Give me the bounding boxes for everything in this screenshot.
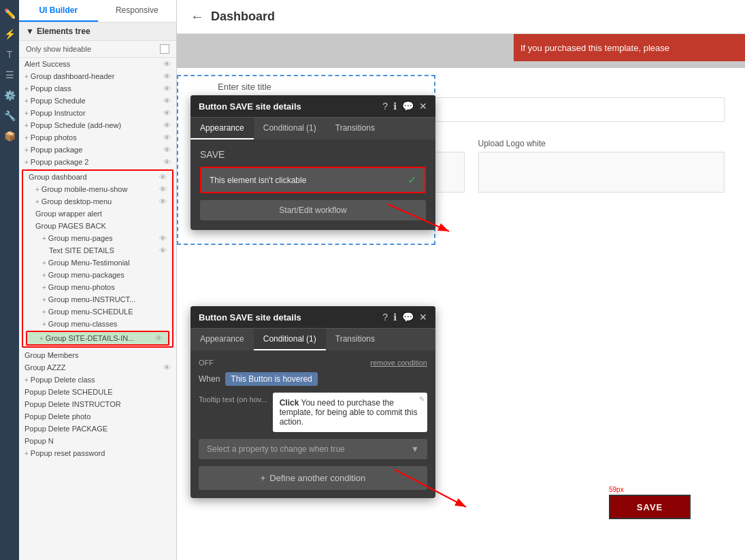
design-icon[interactable]: ✏️ <box>1 5 18 22</box>
eye-icon[interactable]: 👁 <box>159 185 167 193</box>
eye-icon[interactable]: 👁 <box>163 133 171 142</box>
plus-icon: + <box>24 110 29 117</box>
tab-ui-builder[interactable]: UI Builder <box>19 0 98 22</box>
eye-icon[interactable]: 👁 <box>163 60 171 68</box>
panel-appearance: Button SAVE site details ? ℹ 💬 ✕ Appeara… <box>191 95 435 230</box>
eye-icon[interactable]: 👁 <box>163 146 171 154</box>
tab-transitions-1[interactable]: Transitions <box>326 118 384 139</box>
tree-item-popup-delete-photo[interactable]: Popup Delete photo <box>19 410 176 423</box>
conditional-body: OFF remove condition When This Button is… <box>191 350 435 498</box>
tree-item-menu-classes[interactable]: + Group menu-classes <box>23 318 172 330</box>
eye-icon[interactable]: 👁 <box>163 121 171 129</box>
tree-item-popup-class[interactable]: + Popup class 👁 <box>19 82 176 95</box>
tree-item-menu-instruct[interactable]: + Group menu-INSTRUCT... <box>23 293 172 306</box>
close-icon-2[interactable]: ✕ <box>419 312 427 323</box>
tab-conditional-1[interactable]: Conditional (1) <box>254 118 326 139</box>
plus-define-icon: + <box>261 473 266 483</box>
tree-item-popup-delete-instructor[interactable]: Popup Delete INSTRUCTOR <box>19 398 176 410</box>
tree-item-popup-package2[interactable]: + Popup package 2 👁 <box>19 156 176 168</box>
panel2-title-bar: Button SAVE site details ? ℹ 💬 ✕ <box>191 306 435 329</box>
close-icon[interactable]: ✕ <box>419 101 427 112</box>
elements-icon[interactable]: ☰ <box>3 67 17 83</box>
tab-appearance-2[interactable]: Appearance <box>191 329 254 350</box>
workflow-button[interactable]: Start/Edit workflow <box>200 200 426 220</box>
plus-icon: + <box>35 198 39 205</box>
item-label: Popup reset password <box>31 449 105 457</box>
tree-item-menu-testimonial[interactable]: + Group Menu-Testimonial <box>23 257 172 269</box>
tree-item-desktop-menu[interactable]: + Group desktop-menu 👁 <box>23 195 172 208</box>
comment-icon-2[interactable]: 💬 <box>402 312 414 323</box>
gs-icon[interactable]: 📦 <box>1 128 18 144</box>
tooltip-click-text: Click <box>280 398 299 408</box>
plus-icon: + <box>24 146 29 154</box>
tab-transitions-2[interactable]: Transitions <box>326 329 384 350</box>
tree-item-menu-photos[interactable]: + Group menu-photos <box>23 281 172 293</box>
tree-item-menu-packages[interactable]: + Group menu-packages <box>23 269 172 281</box>
tree-item-popup-schedule-add[interactable]: + Popup Schedule (add-new) 👁 <box>19 119 176 131</box>
tree-item-menu-schedule[interactable]: + Group menu-SCHEDULE <box>23 306 172 318</box>
back-arrow[interactable]: ← <box>191 9 204 24</box>
eye-icon[interactable]: 👁 <box>159 197 167 205</box>
tab-responsive[interactable]: Responsive <box>98 0 177 22</box>
tree-item-text-site-details[interactable]: Text SITE DETAILS 👁 <box>23 244 172 257</box>
tree-item-popup-photos[interactable]: + Popup photos 👁 <box>19 131 176 144</box>
define-condition-button[interactable]: + Define another condition <box>199 466 427 490</box>
item-label: Popup Delete PACKAGE <box>24 425 107 433</box>
canvas-save-button[interactable]: SAVE <box>609 495 691 519</box>
select-property-row[interactable]: Select a property to change when true ▼ <box>199 439 427 459</box>
upload-logo-white-area[interactable] <box>478 152 725 193</box>
when-value[interactable]: This Button is hovered <box>225 372 317 386</box>
help-icon-2[interactable]: ? <box>382 312 388 323</box>
plus-icon: + <box>35 186 39 193</box>
ings-icon[interactable]: 🔧 <box>1 108 18 124</box>
tree-item-menu-pages[interactable]: + Group menu-pages 👁 <box>23 232 172 244</box>
tree-item-popup-delete-schedule[interactable]: Popup Delete SCHEDULE <box>19 386 176 398</box>
tree-item-popup-instructor[interactable]: + Popup Instructor 👁 <box>19 107 176 119</box>
remove-condition-link[interactable]: remove condition <box>370 359 427 367</box>
tree-item-group-dashboard-header[interactable]: + Group dashboard-header 👁 <box>19 70 176 82</box>
info-icon[interactable]: ℹ <box>393 101 397 112</box>
tree-item-wrapper-alert[interactable]: Group wrapper alert <box>23 208 172 220</box>
tree-item-popup-reset[interactable]: + Popup reset password <box>19 447 176 459</box>
item-label: Group wrapper alert <box>35 210 102 218</box>
eye-icon[interactable]: 👁 <box>163 363 171 372</box>
panel2-icons: ? ℹ 💬 ✕ <box>382 312 427 323</box>
tree-item-group-azzz[interactable]: Group AZZZ 👁 <box>19 361 176 374</box>
eye-icon[interactable]: 👁 <box>155 334 163 342</box>
plus-icon: + <box>42 271 46 279</box>
tree-item-mobile-menu[interactable]: + Group mobile-menu-show 👁 <box>23 183 172 195</box>
comment-icon[interactable]: 💬 <box>402 101 414 112</box>
upload-logo-white-box: Upload Logo white <box>478 139 725 193</box>
hideable-checkbox[interactable] <box>160 44 169 54</box>
tree-item-site-details-in[interactable]: + Group SITE-DETAILS-IN... 👁 <box>27 332 168 344</box>
tree-item-group-members[interactable]: Group Members <box>19 349 176 361</box>
item-label: Group desktop-menu <box>42 197 112 205</box>
tree-item-popup-delete-class[interactable]: + Popup Delete class <box>19 374 176 386</box>
eye-icon[interactable]: 👁 <box>163 109 171 117</box>
tree-item-alert-success[interactable]: Alert Success 👁 <box>19 58 176 70</box>
tree-item-popup-schedule[interactable]: + Popup Schedule 👁 <box>19 95 176 107</box>
help-icon[interactable]: ? <box>382 101 388 112</box>
ta-icon[interactable]: T <box>4 46 16 63</box>
canvas-area: ← Dashboard If you purchased this templa… <box>177 0 745 560</box>
item-label: Group menu-photos <box>48 283 115 291</box>
tab-appearance[interactable]: Appearance <box>191 118 254 139</box>
info-icon-2[interactable]: ℹ <box>393 312 397 323</box>
eye-icon[interactable]: 👁 <box>163 72 171 80</box>
workflow-icon[interactable]: ⚡ <box>1 26 18 42</box>
tree-item-group-dashboard[interactable]: Group dashboard 👁 <box>23 171 172 183</box>
item-label: Popup Schedule (add-new) <box>31 121 121 129</box>
eye-icon[interactable]: 👁 <box>159 246 167 254</box>
edit-icon[interactable]: ✎ <box>419 395 425 403</box>
tree-item-popup-package[interactable]: + Popup package 👁 <box>19 144 176 156</box>
eye-icon[interactable]: 👁 <box>163 158 171 166</box>
gins-icon[interactable]: ⚙️ <box>1 87 18 103</box>
eye-icon[interactable]: 👁 <box>163 84 171 93</box>
eye-icon[interactable]: 👁 <box>159 234 167 242</box>
tab-conditional-2[interactable]: Conditional (1) <box>254 329 326 350</box>
tree-item-popup-delete-package[interactable]: Popup Delete PACKAGE <box>19 423 176 435</box>
tree-item-pages-back[interactable]: Group PAGES BACK <box>23 220 172 232</box>
eye-icon[interactable]: 👁 <box>159 173 167 181</box>
eye-icon[interactable]: 👁 <box>163 97 171 105</box>
tree-item-popup-n[interactable]: Popup N <box>19 435 176 447</box>
